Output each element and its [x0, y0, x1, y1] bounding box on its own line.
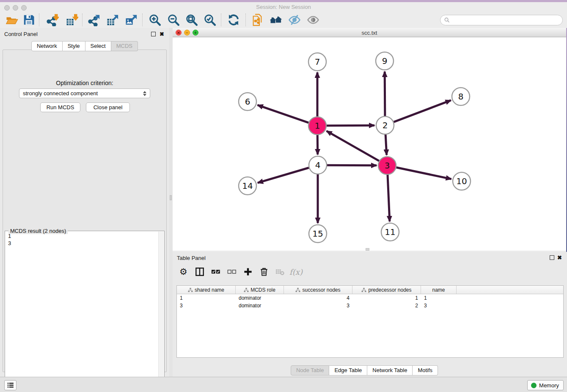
close-panel-icon[interactable]: ✖ — [160, 32, 164, 36]
cell[interactable]: 1 — [352, 294, 421, 302]
table-float-icon[interactable] — [550, 255, 554, 260]
add-button[interactable] — [241, 265, 254, 279]
network-canvas[interactable]: 1234678910111415 — [173, 37, 566, 251]
export-table-button[interactable] — [104, 13, 121, 27]
edge-3-11[interactable] — [388, 175, 390, 221]
zoom-in-button[interactable] — [146, 13, 163, 27]
edge-2-9[interactable] — [385, 72, 385, 116]
cell[interactable]: 4 — [284, 294, 352, 302]
canvas-resize-handle[interactable] — [366, 248, 369, 251]
column-header-shared-name[interactable]: shared name — [177, 286, 236, 294]
control-panel: Control Panel ✖ NetworkStyleSelectMCDS O… — [0, 28, 169, 377]
home-icon — [270, 14, 282, 26]
edge-4-14[interactable] — [258, 168, 309, 183]
edge-4-3[interactable] — [327, 165, 377, 166]
edge-2-8[interactable] — [394, 100, 451, 122]
export-network-button[interactable] — [85, 13, 102, 27]
table-close-icon[interactable]: ✖ — [557, 255, 562, 260]
tab-network[interactable]: Network — [31, 41, 63, 51]
cell[interactable]: dominator — [236, 302, 284, 309]
hide-style-button[interactable] — [286, 13, 303, 27]
import-table-button[interactable] — [63, 13, 80, 27]
import-network-button[interactable] — [44, 13, 61, 27]
export-image-icon — [125, 14, 138, 26]
tab-motifs[interactable]: Motifs — [413, 365, 438, 375]
zoom-fit-button[interactable] — [183, 13, 200, 27]
criterion-select[interactable]: strongly connected component — [19, 88, 150, 98]
zoom-out-icon — [167, 14, 180, 26]
search-field[interactable] — [440, 15, 563, 25]
save-button[interactable] — [20, 13, 37, 27]
table-row[interactable]: 1dominator411 — [177, 294, 563, 302]
tab-network-table[interactable]: Network Table — [367, 365, 413, 375]
run-mcds-button[interactable]: Run MCDS — [40, 102, 80, 112]
toolbar-separator — [221, 14, 221, 26]
edge-2-3[interactable] — [385, 135, 387, 155]
zoom-selected-icon — [204, 14, 216, 26]
columns-button[interactable] — [193, 265, 206, 279]
select-all-button[interactable] — [209, 265, 222, 279]
column-label: shared name — [195, 287, 224, 293]
column-header-successor-nodes[interactable]: successor nodes — [284, 286, 352, 294]
node-label-3: 3 — [385, 160, 390, 171]
zoom-selected-button[interactable] — [201, 13, 218, 27]
export-image-button[interactable] — [123, 13, 140, 27]
edge-1-2[interactable] — [327, 125, 374, 126]
node-label-1: 1 — [315, 121, 320, 131]
refresh-button[interactable] — [225, 13, 242, 27]
mcds-result-group: MCDS result (2 nodes) 1 3 — [5, 231, 165, 392]
network-graph[interactable]: 1234678910111415 — [173, 37, 566, 251]
network-window-title: scc.txt — [173, 30, 566, 36]
column-header-name[interactable]: name — [421, 286, 457, 294]
show-eye-button[interactable] — [305, 13, 322, 27]
result-scrollbar[interactable] — [158, 232, 164, 392]
splitter-grip[interactable] — [170, 195, 172, 200]
cell[interactable]: 2 — [352, 302, 421, 309]
deselect-all-button[interactable] — [225, 265, 238, 279]
save-icon — [22, 14, 35, 26]
column-header-predecessor-nodes[interactable]: predecessor nodes — [352, 286, 421, 294]
share-document-button[interactable] — [249, 13, 266, 27]
cell[interactable]: 3 — [421, 302, 457, 309]
cell[interactable]: dominator — [236, 294, 284, 302]
node-label-14: 14 — [242, 181, 253, 191]
table-row[interactable]: 3dominator323 — [177, 302, 563, 309]
gear-button[interactable]: ⚙ — [177, 265, 190, 279]
cell[interactable]: 3 — [177, 302, 236, 309]
tab-node-table[interactable]: Node Table — [291, 365, 330, 375]
delete-table-icon — [275, 267, 285, 276]
columns-icon — [195, 267, 204, 276]
delete-button[interactable] — [257, 265, 270, 279]
tab-select[interactable]: Select — [85, 41, 111, 51]
node-label-2: 2 — [383, 120, 388, 130]
import-table-icon — [66, 14, 78, 26]
memory-button[interactable]: Memory — [527, 380, 564, 390]
column-header-MCDS-role[interactable]: MCDS role — [236, 286, 284, 294]
edge-1-6[interactable] — [258, 105, 309, 123]
network-window-titlebar[interactable]: ✕ − + scc.txt — [173, 28, 566, 37]
edge-3-10[interactable] — [396, 168, 451, 179]
zoom-out-button[interactable] — [165, 13, 182, 27]
node-label-11: 11 — [385, 227, 395, 237]
search-input[interactable] — [450, 17, 562, 23]
open-folder-button[interactable] — [3, 13, 20, 27]
float-panel-icon[interactable] — [151, 32, 156, 36]
cell[interactable]: 1 — [421, 294, 457, 302]
cell[interactable]: 3 — [284, 302, 352, 309]
column-label: successor nodes — [302, 287, 340, 293]
tab-edge-table[interactable]: Edge Table — [329, 365, 367, 375]
close-panel-button[interactable]: Close panel — [86, 102, 130, 112]
home-button[interactable] — [267, 13, 284, 27]
node-table[interactable]: shared nameMCDS rolesuccessor nodesprede… — [176, 285, 564, 358]
task-history-button[interactable] — [4, 380, 17, 390]
edge-3-1[interactable] — [327, 131, 379, 161]
mcds-result-list[interactable]: 1 3 — [6, 232, 158, 391]
tab-mcds[interactable]: MCDS — [111, 41, 138, 51]
panel-splitter[interactable] — [169, 28, 173, 377]
status-bar: Memory — [0, 377, 567, 392]
network-window: ✕ − + scc.txt 1234678910111415 — [173, 28, 566, 251]
node-label-4: 4 — [315, 160, 321, 170]
cell[interactable]: 1 — [177, 294, 236, 302]
export-table-icon — [106, 14, 119, 26]
tab-style[interactable]: Style — [63, 41, 85, 51]
